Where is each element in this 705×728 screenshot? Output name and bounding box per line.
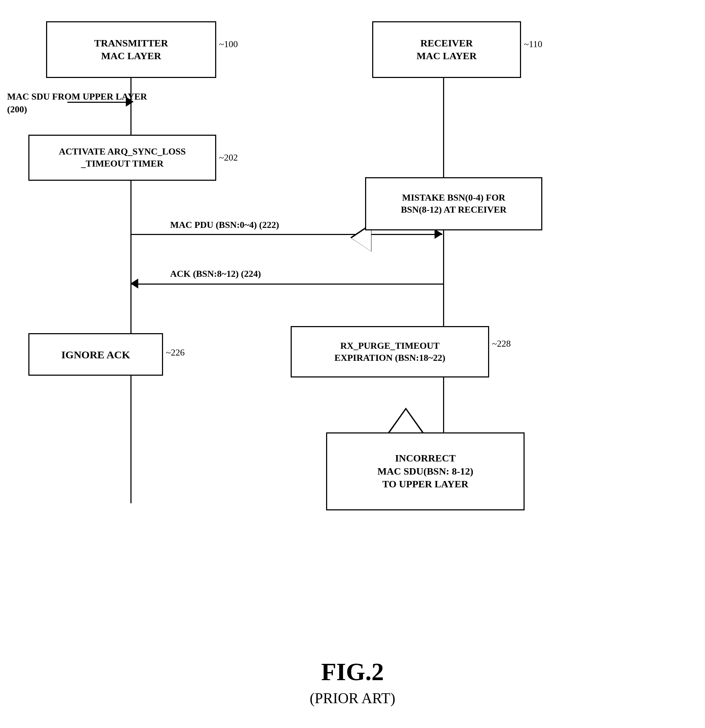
transmitter-box: TRANSMITTER MAC LAYER — [46, 21, 216, 78]
rx-purge-box: RX_PURGE_TIMEOUT EXPIRATION (BSN:18~22) — [290, 326, 489, 377]
ignore-ack-box: IGNORE ACK — [28, 333, 163, 376]
mac-pdu-arrow-line — [130, 234, 442, 235]
ack-label: ACK (BSN:8~12) (224) — [170, 269, 261, 279]
figure-subtitle: (PRIOR ART) — [0, 690, 705, 707]
rx-purge-ref: ~228 — [492, 338, 511, 349]
incorrect-label: INCORRECT MAC SDU(BSN: 8-12) TO UPPER LA… — [377, 452, 474, 491]
transmitter-label: TRANSMITTER MAC LAYER — [94, 37, 168, 63]
transmitter-ref: ~100 — [219, 39, 238, 50]
incorrect-box: INCORRECT MAC SDU(BSN: 8-12) TO UPPER LA… — [326, 432, 524, 510]
mac-pdu-arrowhead — [435, 229, 442, 239]
receiver-box: RECEIVER MAC LAYER — [372, 21, 521, 78]
ack-arrow-line — [130, 283, 443, 285]
ignore-ref: ~226 — [166, 347, 185, 358]
mac-pdu-label: MAC PDU (BSN:0~4) (222) — [170, 220, 279, 230]
rx-purge-label: RX_PURGE_TIMEOUT EXPIRATION (BSN:18~22) — [335, 340, 445, 364]
arq-label: ACTIVATE ARQ_SYNC_LOSS _TIMEOUT TIMER — [59, 146, 186, 170]
mistake-label: MISTAKE BSN(0-4) FOR BSN(8-12) AT RECEIV… — [401, 192, 507, 216]
ignore-ack-label: IGNORE ACK — [61, 348, 130, 361]
arq-box: ACTIVATE ARQ_SYNC_LOSS _TIMEOUT TIMER — [28, 135, 216, 181]
arq-ref: ~202 — [219, 152, 238, 163]
figure-title: FIG.2 — [0, 658, 705, 686]
incorrect-callout-inner — [390, 410, 422, 433]
diagram-container: TRANSMITTER MAC LAYER ~100 RECEIVER MAC … — [0, 0, 705, 620]
receiver-ref: ~110 — [524, 39, 542, 50]
mac-sdu-arrowhead — [126, 97, 134, 107]
ack-arrowhead — [130, 279, 138, 289]
figure-caption: FIG.2 (PRIOR ART) — [0, 658, 705, 707]
receiver-label: RECEIVER MAC LAYER — [416, 37, 477, 63]
mistake-box: MISTAKE BSN(0-4) FOR BSN(8-12) AT RECEIV… — [365, 177, 542, 230]
mac-sdu-arrow-line — [67, 102, 128, 103]
